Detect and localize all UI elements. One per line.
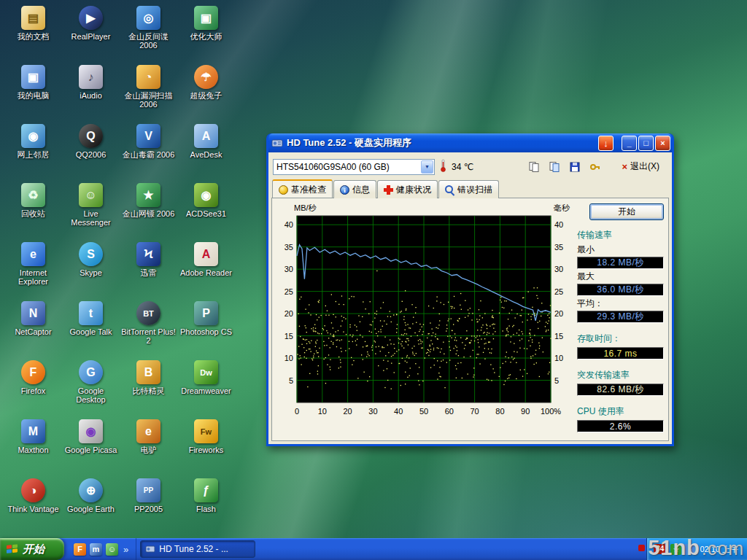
close-button[interactable]: × (655, 136, 670, 151)
svg-text:50: 50 (419, 407, 428, 416)
desktop-icon-kingsoft-duba-2006[interactable]: V金山毒霸 2006 (120, 121, 177, 180)
taskbar: 开始 Fm☺» HD Tune 2.52 - ... 34 ★♪ 02:10 上… (0, 538, 747, 560)
desktop-icon-qq2006[interactable]: QQQ2006 (62, 121, 120, 180)
adobe-reader-icon: A (194, 242, 218, 266)
tab-label: 健康状况 (396, 184, 431, 196)
desktop-icon-firefox[interactable]: FFirefox (4, 357, 62, 416)
desktop-icon-kingsoft-antispy-2006[interactable]: ◎金山反间谍 2006 (120, 3, 177, 62)
desktop-icon-flash[interactable]: ƒFlash (177, 475, 235, 534)
desktop-icon-my-documents[interactable]: ▤我的文档 (4, 3, 62, 62)
desktop-icon-adobe-reader[interactable]: AAdobe Reader (177, 239, 235, 298)
desktop-icon-maxthon[interactable]: MMaxthon (4, 416, 62, 475)
desktop-icon-internet-explorer[interactable]: eInternet Explorer (4, 239, 62, 298)
desktop-icon-label: NetCaptor (15, 327, 51, 336)
desktop-icon-pp2005[interactable]: PPPP2005 (120, 475, 177, 534)
desktop-icon-google-desktop[interactable]: GGoogle Desktop (62, 357, 120, 416)
google-desktop-icon: G (79, 360, 103, 384)
desktop-icon-realplayer[interactable]: ▶RealPlayer (62, 3, 120, 62)
svg-text:60: 60 (445, 407, 454, 416)
desktop-icon-kingsoft-netguard-2006[interactable]: ★金山网镖 2006 (120, 180, 177, 239)
my-computer-icon: ▣ (21, 65, 45, 89)
start-button[interactable]: 开始 (0, 538, 64, 560)
copy-screenshot-button[interactable] (546, 159, 562, 175)
desktop-icon-network-places[interactable]: ◉网上邻居 (4, 121, 62, 180)
tab-benchmark[interactable]: 基准检查 (272, 179, 333, 198)
key-icon (589, 161, 601, 173)
desktop-icon-photoshop-cs[interactable]: PPhotoshop CS (177, 298, 235, 357)
desktop-icon-xunlei[interactable]: Ϟ迅雷 (120, 239, 177, 298)
start-benchmark-button[interactable]: 开始 (589, 203, 664, 220)
desktop-icon-label: Maxthon (18, 446, 48, 454)
bittorrent-plus-2-icon: BT (136, 301, 160, 325)
exit-x-icon: × (622, 161, 627, 172)
tab-health[interactable]: 健康状况 (377, 180, 438, 198)
desktop-icon-netcaptor[interactable]: NNetCaptor (4, 298, 62, 357)
svg-text:10: 10 (318, 407, 327, 416)
thinkvantage-icon: ◑ (21, 478, 45, 502)
desktop-icon-live-messenger[interactable]: ☺Live Messenger (62, 180, 120, 239)
desktop-icon-super-rabbit[interactable]: ☂超级兔子 (177, 62, 235, 121)
minimize-button[interactable]: _ (622, 136, 637, 151)
desktop-icon-my-computer[interactable]: ▣我的电脑 (4, 62, 62, 121)
tab-scan[interactable]: 错误扫描 (438, 180, 499, 198)
hdtune-task-icon (145, 544, 155, 554)
maximize-button[interactable]: □ (638, 136, 654, 151)
desktop-icon-fireworks[interactable]: FwFireworks (177, 416, 235, 475)
desktop-icon-label: 金山毒霸 2006 (123, 150, 175, 159)
drive-select[interactable]: HTS541060G9SA00 (60 GB) ▼ (273, 159, 435, 175)
desktop-icon-google-talk[interactable]: tGoogle Talk (62, 298, 120, 357)
save-screenshot-button[interactable] (567, 159, 583, 175)
desktop-icon-google-picasa[interactable]: ◉Google Picasa (62, 416, 120, 475)
desktop-icon-emule[interactable]: e电驴 (120, 416, 177, 475)
results-panel: 开始 传输速率 最小 18.2 MB/秒 最大 36.0 MB/秒 平均： 29… (571, 201, 667, 439)
desktop-icon-bittorrent-plus-2[interactable]: BTBitTorrent Plus! 2 (120, 298, 177, 357)
desktop-icon-label: 我的文档 (18, 32, 50, 41)
desktop-icon-label: Dreamweaver (181, 386, 231, 395)
svg-text:5: 5 (289, 376, 293, 385)
desktop-icon-acdsee-31[interactable]: ◉ACDSee31 (177, 180, 235, 239)
tab-info[interactable]: 信息 (333, 180, 376, 198)
svg-text:40: 40 (285, 220, 293, 229)
xunlei-icon: Ϟ (136, 242, 160, 266)
desktop-icon-google-earth[interactable]: ⊕Google Earth (62, 475, 120, 534)
min-label: 最小 (577, 244, 664, 256)
desktop-icon-label: Google Talk (70, 327, 112, 336)
volume-tray[interactable]: ♪ (684, 544, 695, 555)
maxthon-quicklaunch[interactable]: m (90, 543, 102, 556)
svg-text:10: 10 (285, 354, 293, 362)
desktop-icon-label: Photoshop CS (180, 327, 232, 336)
desktop-icon-label: 超级兔子 (190, 91, 222, 100)
hdtune-app-icon (271, 137, 283, 149)
desktop-icon-bitspirit[interactable]: B比特精灵 (120, 357, 177, 416)
desktop-icon-iaudio[interactable]: ♪iAudio (62, 62, 120, 121)
pp2005-icon: PP (136, 478, 160, 502)
desktop-icon-avedesk[interactable]: AAveDesk (177, 121, 235, 180)
desktop-icon-youhua-dashi[interactable]: ▣优化大师 (177, 3, 235, 62)
exit-button[interactable]: × 退出(X) (616, 158, 665, 176)
tab-bar: 基准检查信息健康状况错误扫描 (271, 179, 669, 198)
taskbar-clock[interactable]: 02:10 上午 (700, 544, 738, 555)
youhua-dashi-icon: ▣ (194, 6, 218, 30)
exit-label: 退出(X) (630, 160, 659, 173)
desktop-icon-recycle-bin[interactable]: ♻回收站 (4, 180, 62, 239)
download-update-button[interactable]: ↓ (598, 136, 614, 151)
quicklaunch-overflow-chevron[interactable]: » (122, 544, 130, 555)
benchmark-chart: 4040353530302525202015151010550102030405… (275, 201, 571, 439)
firefox-quicklaunch[interactable]: F (74, 543, 86, 556)
desktop-icon-label: Fireworks (189, 446, 224, 454)
copy-text-button[interactable] (526, 159, 542, 175)
options-button[interactable] (587, 159, 603, 175)
desktop-icon-skype[interactable]: SSkype (62, 239, 120, 298)
drive-select-dropdown-button[interactable]: ▼ (421, 160, 433, 174)
desktop-icon-kingsoft-vulnscan-2006[interactable]: ◔金山漏洞扫描 2006 (120, 62, 177, 121)
kingsoft-tray[interactable]: ★ (670, 544, 681, 555)
desktop-icon-dreamweaver[interactable]: DwDreamweaver (177, 357, 235, 416)
window-titlebar[interactable]: HD Tune 2.52 - 硬盘实用程序 ↓ _ □ × (268, 133, 672, 152)
flash-icon: ƒ (194, 478, 218, 502)
kingsoft-vulnscan-2006-icon: ◔ (136, 65, 160, 89)
max-value: 36.0 MB/秒 (577, 284, 664, 296)
desktop-icon-thinkvantage[interactable]: ◑Think Vantage (4, 475, 62, 534)
taskbar-button-hdtune[interactable]: HD Tune 2.52 - ... (140, 540, 255, 558)
hdtune-temp-tray-icon[interactable]: 34 (654, 544, 666, 554)
messenger-quicklaunch[interactable]: ☺ (106, 543, 118, 556)
